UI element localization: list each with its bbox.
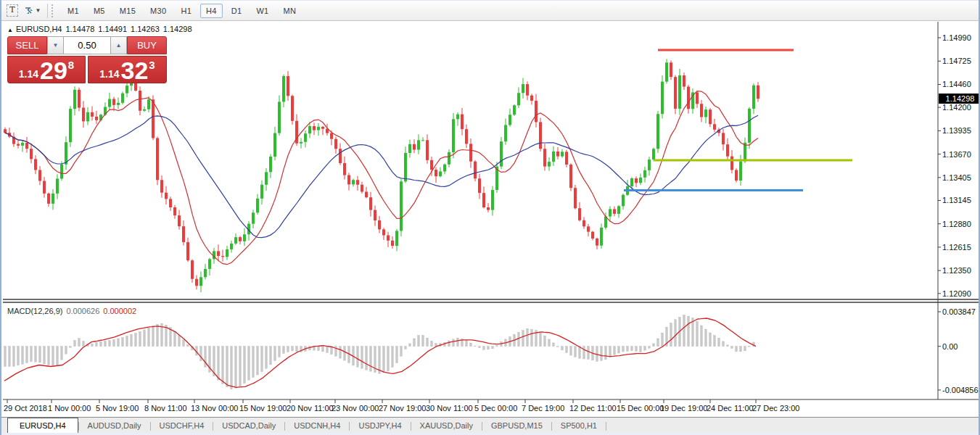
macd-axis-label: 0.003847 — [942, 307, 976, 316]
sell-button[interactable]: SELL — [7, 36, 47, 54]
buy-button[interactable]: BUY — [127, 36, 167, 54]
time-axis-label: 27 Nov 19:00 — [379, 404, 426, 413]
buy-price-base: 1.14 — [99, 68, 119, 80]
tab-usdcad-daily[interactable]: USDCAD,Daily — [213, 418, 284, 434]
time-axis-label: 29 Oct 2018 — [4, 404, 47, 413]
price-axis-label: 1.12350 — [942, 266, 971, 275]
time-axis-label: 15 Dec 00:00 — [617, 404, 664, 413]
macd-name: MACD(12,26,9) — [7, 307, 62, 315]
price-axis-label: 1.14725 — [942, 57, 971, 65]
price-axis-label: 1.12880 — [942, 220, 971, 228]
mt4-window: { "toolbar": { "tools": [ {"name": "text… — [0, 0, 980, 435]
macd-axis-label: 0.00 — [942, 342, 958, 351]
time-axis-label: 8 Nov 11:00 — [144, 404, 187, 413]
low-value: 1.14263 — [131, 25, 160, 33]
chart-tab-bar: EURUSD,H4AUDUSD,DailyUSDCHF,H4USDCAD,Dai… — [1, 417, 979, 434]
macd-main-value: 0.000626 — [66, 307, 99, 315]
one-click-trading-panel: SELL ▼ 0.50 ▲ BUY 1.14298 1.14323 — [7, 36, 167, 83]
sell-price-base: 1.14 — [19, 68, 38, 80]
sell-price-point: 8 — [68, 59, 74, 71]
tab-gbpusd-m15[interactable]: GBPUSD,M15 — [482, 418, 551, 434]
price-axis-label: 1.14460 — [942, 80, 971, 88]
spin-up-icon: ▲ — [116, 42, 122, 49]
volume-increase-button[interactable]: ▲ — [110, 36, 127, 54]
price-axis-label: 1.14200 — [942, 103, 971, 112]
tab-usdchf-h4[interactable]: USDCHF,H4 — [151, 418, 213, 434]
time-axis-label: 7 Dec 19:00 — [522, 404, 564, 413]
time-axis-label: 5 Dec 00:00 — [474, 404, 517, 413]
chart-ohlc-header: ▲EURUSD,H41.144781.144911.142631.14298 — [7, 25, 196, 33]
price-axis-label: 1.13405 — [942, 173, 971, 182]
tab-audusd-daily[interactable]: AUDUSD,Daily — [79, 418, 150, 434]
time-axis-label: 19 Dec 19:00 — [660, 404, 707, 413]
tab-xauusd-daily[interactable]: XAUUSD,Daily — [411, 418, 482, 434]
macd-axis-label: -0.004856 — [942, 386, 979, 394]
time-axis-label: 5 Nov 19:00 — [96, 404, 139, 413]
time-axis-label: 15 Nov 19:00 — [239, 404, 287, 413]
current-price-tag: 1.14298 — [939, 94, 980, 104]
time-axis-label: 24 Dec 11:00 — [707, 404, 754, 413]
spin-down-icon: ▼ — [53, 42, 59, 49]
volume-decrease-button[interactable]: ▼ — [47, 36, 64, 54]
macd-signal-value: 0.000002 — [103, 307, 136, 315]
time-axis-label: 30 Nov 11:00 — [426, 404, 473, 413]
open-value: 1.14478 — [66, 25, 95, 33]
buy-price-pips: 32 — [121, 59, 149, 81]
price-axis-label: 1.12615 — [942, 243, 971, 252]
collapse-triangle-icon[interactable]: ▲ — [7, 27, 13, 33]
time-axis-label: 27 Dec 23:00 — [752, 404, 799, 413]
tab-sp500-h1[interactable]: SP500,H1 — [552, 418, 606, 434]
price-axis-label: 1.13670 — [942, 150, 971, 159]
high-value: 1.14491 — [98, 25, 127, 33]
price-axis-label: 1.13145 — [942, 196, 971, 204]
macd-indicator-label: MACD(12,26,9)0.0006260.000002 — [7, 307, 140, 315]
time-axis-label: 13 Nov 00:00 — [191, 404, 238, 413]
time-axis-label: 12 Dec 11:00 — [569, 404, 617, 413]
tab-eurusd-h4[interactable]: EURUSD,H4 — [7, 418, 78, 434]
sell-price-pips: 29 — [40, 59, 67, 81]
price-axis-label: 1.14990 — [942, 33, 971, 42]
symbol-period-label: EURUSD,H4 — [16, 25, 62, 33]
volume-input[interactable]: 0.50 — [64, 36, 110, 54]
tab-divider — [606, 422, 606, 431]
buy-price-display[interactable]: 1.14323 — [88, 56, 167, 83]
close-value: 1.14298 — [163, 25, 192, 33]
price-axis-label: 1.12090 — [942, 289, 971, 298]
sell-price-display[interactable]: 1.14298 — [7, 56, 86, 83]
time-axis-label: 1 Nov 00:00 — [48, 404, 91, 413]
buy-price-point: 3 — [149, 59, 155, 71]
price-axis-label: 1.13935 — [942, 126, 971, 135]
time-axis-label: 23 Nov 00:00 — [332, 404, 379, 413]
tab-usdjpy-h4[interactable]: USDJPY,H4 — [350, 418, 410, 434]
tab-usdcnh-h4[interactable]: USDCNH,H4 — [285, 418, 349, 434]
time-axis-label: 20 Nov 11:00 — [287, 404, 334, 413]
